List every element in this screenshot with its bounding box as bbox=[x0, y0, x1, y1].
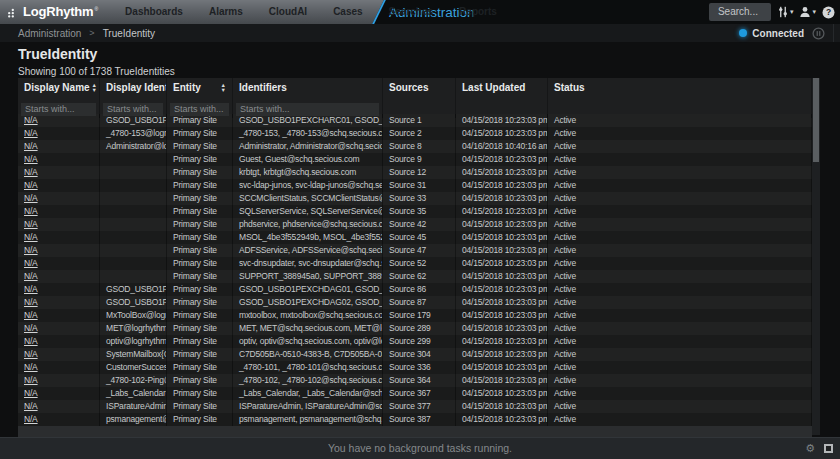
cell-display-name[interactable]: N/A bbox=[18, 179, 100, 192]
table-row[interactable]: N/APrimary SiteMSOL_4be3f552949b, MSOL_4… bbox=[18, 231, 812, 244]
table-row[interactable]: N/AGSOD_USBO1PEX...Primary SiteGSOD_USBO… bbox=[18, 114, 812, 127]
cell-status: Active bbox=[548, 283, 812, 296]
cell-display-name[interactable]: N/A bbox=[18, 309, 100, 322]
cell-display-name[interactable]: N/A bbox=[18, 387, 100, 400]
cell-sources: Source 47 bbox=[383, 244, 456, 257]
cell-display-name[interactable]: N/A bbox=[18, 296, 100, 309]
table-row[interactable]: N/AMET@logrhythm...Primary SiteMET, MET@… bbox=[18, 322, 812, 335]
help-icon[interactable]: ? bbox=[822, 6, 835, 19]
column-header-identifiers: Identifiers bbox=[233, 78, 383, 97]
table-row[interactable]: N/APrimary SiteSCCMClientStatus, SCCMCli… bbox=[18, 192, 812, 205]
cell-display-name[interactable]: N/A bbox=[18, 348, 100, 361]
cell-identifiers: SUPPORT_388945a0, SUPPORT_388945a0... bbox=[233, 270, 383, 283]
cell-entity: Primary Site bbox=[167, 270, 233, 283]
cell-display-identity: SystemMailbox{C... bbox=[100, 348, 167, 361]
table-row[interactable]: N/AGSOD_USBO1PEX...Primary SiteGSOD_USBO… bbox=[18, 283, 812, 296]
cell-last-updated: 04/15/2018 10:23:03 pm bbox=[456, 348, 548, 361]
cell-display-name[interactable]: N/A bbox=[18, 374, 100, 387]
horizontal-scrollbar[interactable] bbox=[18, 426, 812, 437]
table-row[interactable]: N/A_4780-102-Ping@...Primary Site_4780-1… bbox=[18, 374, 812, 387]
table-row[interactable]: N/Apsmanagement@...Primary Sitepsmanagem… bbox=[18, 413, 812, 426]
cell-display-identity: _4780-102-Ping@... bbox=[100, 374, 167, 387]
pause-updates-icon[interactable] bbox=[812, 27, 825, 40]
table-row[interactable]: N/APrimary Sitekrbtgt, krbtgt@schq.secio… bbox=[18, 166, 812, 179]
cell-display-name[interactable]: N/A bbox=[18, 335, 100, 348]
cell-last-updated: 04/15/2018 10:23:03 pm bbox=[456, 309, 548, 322]
cell-entity: Primary Site bbox=[167, 283, 233, 296]
column-header-entity[interactable]: Entity▲▼ bbox=[167, 78, 233, 97]
cell-display-name[interactable]: N/A bbox=[18, 361, 100, 374]
cell-identifiers: _4780-153, _4780-153@schq.secious.com, _… bbox=[233, 127, 383, 140]
menu-item-cases[interactable]: Cases bbox=[320, 0, 375, 24]
cell-display-name[interactable]: N/A bbox=[18, 231, 100, 244]
cell-display-name[interactable]: N/A bbox=[18, 140, 100, 153]
table-row[interactable]: N/APrimary Sitephdservice, phdservice@sc… bbox=[18, 218, 812, 231]
table-row[interactable]: N/APrimary SiteGuest, Guest@schq.secious… bbox=[18, 153, 812, 166]
cell-sources: Source 179 bbox=[383, 309, 456, 322]
menu-item-alarms[interactable]: Alarms bbox=[196, 0, 256, 24]
sort-arrows-icon[interactable]: ▲▼ bbox=[92, 83, 97, 92]
cell-display-name[interactable]: N/A bbox=[18, 166, 100, 179]
cell-display-name[interactable]: N/A bbox=[18, 244, 100, 257]
table-row[interactable]: N/AAdministrator@lo...Primary SiteAdmini… bbox=[18, 140, 812, 153]
table-row[interactable]: N/APrimary SiteSQLServerService, SQLServ… bbox=[18, 205, 812, 218]
vertical-scrollbar[interactable] bbox=[812, 78, 820, 435]
connection-status: Connected bbox=[739, 28, 804, 39]
cell-entity: Primary Site bbox=[167, 114, 233, 127]
table-row[interactable]: N/APrimary SiteADFSService, ADFSService@… bbox=[18, 244, 812, 257]
table-row[interactable]: N/ACustomerSuccess...Primary Site_4780-1… bbox=[18, 361, 812, 374]
cell-display-name[interactable]: N/A bbox=[18, 127, 100, 140]
cell-display-name[interactable]: N/A bbox=[18, 153, 100, 166]
scrollbar-thumb[interactable] bbox=[813, 78, 819, 162]
table-row[interactable]: N/Aoptiv@logrhythm...Primary Siteoptiv, … bbox=[18, 335, 812, 348]
cell-sources: Source 8 bbox=[383, 140, 456, 153]
cell-display-name[interactable]: N/A bbox=[18, 257, 100, 270]
preferences-menu[interactable]: ▾ bbox=[777, 6, 794, 18]
table-row[interactable]: N/APrimary Sitesvc-dnsupdater, svc-dnsup… bbox=[18, 257, 812, 270]
cell-status: Active bbox=[548, 374, 812, 387]
table-row[interactable]: N/AMxToolBox@logr...Primary Sitemxtoolbo… bbox=[18, 309, 812, 322]
column-header-display-name[interactable]: Display Name▲▼ bbox=[18, 78, 100, 97]
column-header-display-identi[interactable]: Display Identi...▲▼ bbox=[100, 78, 167, 97]
cell-display-name[interactable]: N/A bbox=[18, 283, 100, 296]
table-row[interactable]: N/AISParatureAdmin...Primary SiteISParat… bbox=[18, 400, 812, 413]
table-row[interactable]: N/APrimary Sitesvc-ldap-junos, svc-ldap-… bbox=[18, 179, 812, 192]
table-row[interactable]: N/AGSOD_USBO1PEX...Primary SiteGSOD_USBO… bbox=[18, 296, 812, 309]
gear-icon[interactable]: ⚙ bbox=[805, 443, 815, 454]
sort-arrows-icon[interactable]: ▲▼ bbox=[221, 83, 226, 92]
cell-display-name[interactable]: N/A bbox=[18, 114, 100, 127]
table-row[interactable]: N/APrimary SiteSUPPORT_388945a0, SUPPORT… bbox=[18, 270, 812, 283]
table-row[interactable]: N/A_Labs_Calendar@...Primary Site_Labs_C… bbox=[18, 387, 812, 400]
cell-sources: Source 12 bbox=[383, 166, 456, 179]
menu-item-searches[interactable]: Searches bbox=[376, 0, 446, 24]
cell-status: Active bbox=[548, 361, 812, 374]
cell-display-name[interactable]: N/A bbox=[18, 322, 100, 335]
cell-display-name[interactable]: N/A bbox=[18, 400, 100, 413]
cell-entity: Primary Site bbox=[167, 374, 233, 387]
cell-display-name[interactable]: N/A bbox=[18, 218, 100, 231]
table-row[interactable]: N/ASystemMailbox{C...Primary SiteC7D505B… bbox=[18, 348, 812, 361]
menu-item-cloudai[interactable]: CloudAI bbox=[256, 0, 320, 24]
table-row[interactable]: N/A_4780-153@logrh...Primary Site_4780-1… bbox=[18, 127, 812, 140]
column-label: Entity bbox=[173, 82, 201, 93]
cell-last-updated: 04/15/2018 10:23:03 pm bbox=[456, 296, 548, 309]
cell-display-identity bbox=[100, 270, 167, 283]
cell-status: Active bbox=[548, 387, 812, 400]
tasks-panel-icon[interactable] bbox=[824, 444, 833, 453]
logrhythm-logo[interactable]: LogRhythm ® bbox=[7, 0, 98, 24]
cell-status: Active bbox=[548, 205, 812, 218]
cell-display-name[interactable]: N/A bbox=[18, 205, 100, 218]
cell-display-name[interactable]: N/A bbox=[18, 270, 100, 283]
menu-item-dashboards[interactable]: Dashboards bbox=[112, 0, 196, 24]
cell-last-updated: 04/15/2018 10:23:03 pm bbox=[456, 335, 548, 348]
connected-dot-icon bbox=[739, 29, 747, 37]
cell-display-name[interactable]: N/A bbox=[18, 413, 100, 426]
breadcrumb-administration[interactable]: Administration bbox=[18, 28, 81, 39]
cell-entity: Primary Site bbox=[167, 231, 233, 244]
cell-display-name[interactable]: N/A bbox=[18, 192, 100, 205]
cell-identifiers: krbtgt, krbtgt@schq.secious.com bbox=[233, 166, 383, 179]
menu-item-reports[interactable]: Reports bbox=[446, 0, 510, 24]
user-menu[interactable]: ▾ bbox=[799, 6, 816, 18]
cell-last-updated: 04/15/2018 10:23:03 pm bbox=[456, 127, 548, 140]
global-search-button[interactable]: Search... bbox=[709, 3, 771, 21]
